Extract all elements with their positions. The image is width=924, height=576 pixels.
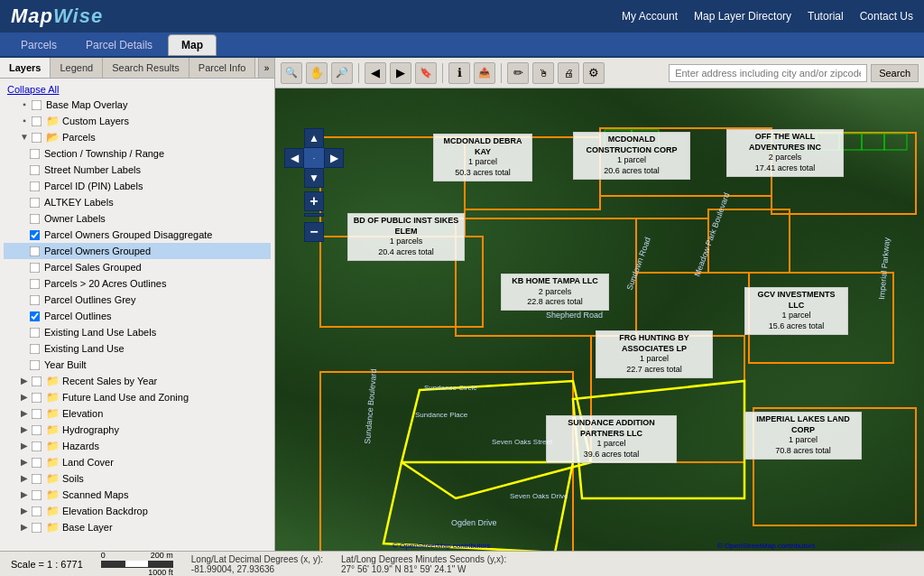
expand-elevation[interactable]: ▶ <box>18 406 31 421</box>
select-button[interactable]: 🖱 <box>532 62 554 84</box>
map-layer-directory-link[interactable]: Map Layer Directory <box>694 10 791 23</box>
panel-tab-parcel-info[interactable]: Parcel Info <box>189 58 256 78</box>
panel-tab-legend[interactable]: Legend <box>51 58 103 78</box>
checkbox-soils[interactable] <box>32 473 42 484</box>
zoom-out-button[interactable]: 🔎 <box>331 62 353 84</box>
settings-button[interactable]: ⚙ <box>583 62 605 84</box>
map-area[interactable]: 🔍 ✋ 🔎 ◀ ▶ 🔖 ℹ 📤 <box>275 58 924 551</box>
checkbox-land-use[interactable] <box>30 343 41 354</box>
search-button[interactable]: Search <box>871 64 919 82</box>
address-input[interactable] <box>669 64 867 82</box>
checkbox-outlines-grey[interactable] <box>30 294 41 305</box>
svg-text:Sundance Boulevard: Sundance Boulevard <box>363 368 378 444</box>
checkbox-parcel-outlines[interactable] <box>30 311 41 321</box>
expand-hydrography[interactable]: ▶ <box>18 423 31 437</box>
folder-soils-icon: 📁 <box>46 471 60 486</box>
back-button[interactable]: ◀ <box>365 62 386 84</box>
panel-tab-layers[interactable]: Layers <box>0 58 51 78</box>
expand-base-layer[interactable]: ▶ <box>18 520 31 534</box>
tutorial-link[interactable]: Tutorial <box>808 10 844 23</box>
status-bar: Scale = 1 : 6771 0 200 m 1000 ft Long/La… <box>0 551 924 576</box>
tab-parcel-details[interactable]: Parcel Details <box>72 34 166 56</box>
layer-label-owner-labels: Owner Labels <box>44 211 106 226</box>
checkbox-owners-disaggregate[interactable] <box>30 229 41 240</box>
expand-custom-layers[interactable]: ▪ <box>18 114 31 128</box>
zoom-in-map-button[interactable]: + <box>304 191 324 211</box>
svg-rect-13 <box>632 130 659 148</box>
checkbox-hazards[interactable] <box>32 441 42 451</box>
checkbox-parcels[interactable] <box>32 132 42 143</box>
checkbox-owners-grouped[interactable] <box>30 246 41 256</box>
layer-label-land-cover: Land Cover <box>62 455 114 469</box>
checkbox-hydrography[interactable] <box>32 424 42 435</box>
pan-west-button[interactable]: ◀ <box>284 148 304 168</box>
expand-soils[interactable]: ▶ <box>18 471 31 486</box>
checkbox-recent-sales[interactable] <box>32 376 42 386</box>
expand-parcels[interactable]: ▼ <box>18 130 31 144</box>
layer-recent-sales: ▶ 📁 Recent Sales by Year <box>4 373 271 389</box>
svg-rect-6 <box>636 218 708 273</box>
zoom-out-map-button[interactable]: − <box>304 222 324 242</box>
checkbox-owner-labels[interactable] <box>30 213 41 224</box>
checkbox-land-use-labels[interactable] <box>30 327 41 338</box>
checkbox-custom-layers[interactable] <box>32 116 42 126</box>
scale-label: Scale = 1 : 6771 <box>11 559 83 570</box>
expand-hazards[interactable]: ▶ <box>18 439 31 453</box>
checkbox-scanned-maps[interactable] <box>32 489 42 500</box>
checkbox-section-township[interactable] <box>30 148 41 159</box>
svg-rect-15 <box>794 134 817 150</box>
forward-button[interactable]: ▶ <box>390 62 411 84</box>
tab-parcels[interactable]: Parcels <box>7 34 70 56</box>
layer-scanned-maps: ▶ 📁 Scanned Maps <box>4 487 271 503</box>
pan-north-button[interactable]: ▲ <box>304 128 324 148</box>
info-button[interactable]: ℹ <box>448 62 470 84</box>
folder-hydrography-icon: 📁 <box>46 423 60 437</box>
expand-future-land-use[interactable]: ▶ <box>18 390 31 404</box>
checkbox-base-layer[interactable] <box>32 522 42 533</box>
svg-text:Imperial Parkway: Imperial Parkway <box>877 237 892 300</box>
export-button[interactable]: 📤 <box>474 62 495 84</box>
collapse-all-button[interactable]: Collapse All <box>4 82 271 97</box>
svg-rect-5 <box>456 218 636 336</box>
expand-base-map[interactable]: ▪ <box>18 98 31 112</box>
checkbox-land-cover[interactable] <box>32 457 42 468</box>
scale-seg3 <box>148 561 171 567</box>
bookmark-button[interactable]: 🔖 <box>415 62 437 84</box>
pan-center-button[interactable]: · <box>304 148 324 168</box>
checkbox-base-map[interactable] <box>32 99 42 110</box>
svg-text:Sundance Place: Sundance Place <box>415 411 468 419</box>
checkbox-altkey[interactable] <box>30 197 41 208</box>
print-button[interactable]: 🖨 <box>558 62 579 84</box>
svg-marker-20 <box>402 381 591 498</box>
checkbox-parcels-20-acres[interactable] <box>30 278 41 289</box>
expand-land-cover[interactable]: ▶ <box>18 455 31 469</box>
checkbox-elevation-backdrop[interactable] <box>32 506 42 516</box>
map-satellite-view[interactable]: Sundown Road Meadow Park Boulevard Sheph… <box>275 88 924 551</box>
draw-button[interactable]: ✏ <box>507 62 529 84</box>
layer-owners-disaggregate: Parcel Owners Grouped Disaggregate <box>4 227 271 243</box>
layer-label-scanned-maps: Scanned Maps <box>62 488 128 502</box>
checkbox-future-land-use[interactable] <box>32 392 42 403</box>
checkbox-parcel-id[interactable] <box>30 181 41 191</box>
panel-tab-search-results[interactable]: Search Results <box>103 58 189 78</box>
checkbox-street-number[interactable] <box>30 164 41 175</box>
pan-button[interactable]: ✋ <box>306 62 328 84</box>
pan-east-button[interactable]: ▶ <box>324 148 344 168</box>
expand-scanned-maps[interactable]: ▶ <box>18 488 31 502</box>
tab-map[interactable]: Map <box>168 34 217 56</box>
checkbox-year-built[interactable] <box>30 359 41 370</box>
panel-collapse-button[interactable]: » <box>258 58 274 78</box>
checkbox-sales-grouped[interactable] <box>30 262 41 273</box>
coords-decimal-label: Long/Lat Decimal Degrees (x, y): <box>191 554 323 564</box>
my-account-link[interactable]: My Account <box>622 10 678 23</box>
zoom-in-button[interactable]: 🔍 <box>281 62 302 84</box>
expand-recent-sales[interactable]: ▶ <box>18 374 31 388</box>
svg-rect-17 <box>839 134 862 150</box>
pan-south-button[interactable]: ▼ <box>304 168 324 188</box>
decimal-coords: Long/Lat Decimal Degrees (x, y): -81.990… <box>191 554 323 574</box>
layer-land-use: Existing Land Use <box>4 340 271 357</box>
contact-us-link[interactable]: Contact Us <box>860 10 913 23</box>
checkbox-elevation[interactable] <box>32 408 42 419</box>
parcel-label-sundance: SUNDANCE ADDITION PARTNERS LLC1 parcel39… <box>546 415 677 463</box>
expand-elevation-backdrop[interactable]: ▶ <box>18 504 31 518</box>
